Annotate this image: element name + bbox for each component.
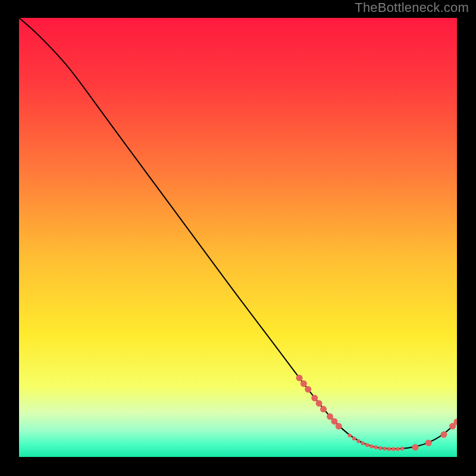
data-dot bbox=[369, 444, 373, 448]
data-dot bbox=[412, 444, 419, 450]
data-dot bbox=[400, 447, 404, 450]
data-dot bbox=[327, 414, 333, 420]
data-dot bbox=[378, 446, 382, 450]
data-dot bbox=[392, 447, 395, 451]
data-dot bbox=[316, 400, 322, 406]
data-dot bbox=[296, 375, 303, 381]
bottleneck-chart bbox=[19, 18, 457, 457]
data-dot bbox=[336, 423, 342, 430]
data-dot bbox=[374, 446, 378, 449]
gradient-background bbox=[19, 18, 457, 457]
data-dot bbox=[356, 439, 360, 443]
data-dot bbox=[361, 441, 365, 445]
data-dot bbox=[440, 431, 447, 438]
watermark-text: TheBottleneck.com bbox=[355, 0, 469, 15]
data-dot bbox=[347, 434, 351, 437]
chart-stage: TheBottleneck.com bbox=[0, 0, 476, 476]
data-dot bbox=[425, 440, 432, 446]
data-dot bbox=[305, 386, 311, 393]
data-dot bbox=[396, 447, 399, 451]
data-dot bbox=[365, 443, 369, 447]
data-dot bbox=[387, 447, 391, 451]
data-dot bbox=[383, 447, 386, 450]
data-dot bbox=[352, 437, 356, 440]
data-dot bbox=[311, 395, 318, 402]
data-dot bbox=[320, 406, 327, 412]
data-dot bbox=[331, 418, 337, 425]
data-dot bbox=[300, 380, 307, 387]
